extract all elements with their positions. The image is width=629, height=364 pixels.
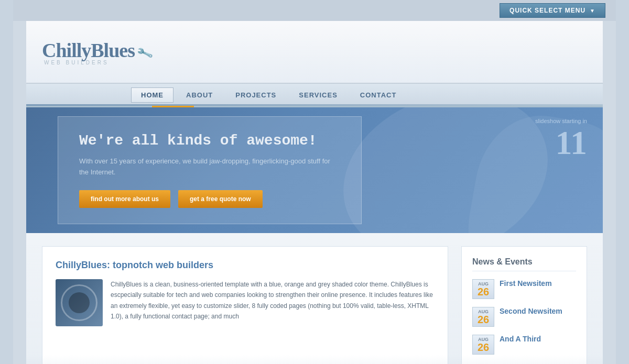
- news-widget: News & Events AUG 26 First Newsitem AUG …: [461, 246, 587, 364]
- logo[interactable]: ChillyBlues🔧: [42, 39, 152, 62]
- thumb-inner: [69, 292, 90, 313]
- main-content-body: ChillyBlues is a clean, business-oriente…: [56, 279, 435, 326]
- news-date-1: AUG 26: [472, 279, 494, 299]
- nav-item-contact[interactable]: CONTACT: [350, 87, 407, 103]
- news-day-2: 26: [476, 314, 491, 325]
- quick-select-label: QUICK SELECT MENU: [509, 7, 585, 14]
- main-content-title: ChillyBlues: topnotch web builders: [56, 260, 435, 271]
- sidebar: News & Events AUG 26 First Newsitem AUG …: [461, 246, 587, 364]
- nav-bar: HOME ABOUT PROJECTS SERVICES CONTACT: [26, 84, 603, 107]
- news-date-2: AUG 26: [472, 307, 494, 327]
- slide-buttons: find out more about us get a free quote …: [79, 190, 340, 208]
- quote-button[interactable]: get a free quote now: [178, 190, 263, 208]
- nav-item-projects[interactable]: PROJECTS: [225, 87, 286, 103]
- news-link-2[interactable]: Second Newsitem: [500, 307, 562, 315]
- nav-item-about[interactable]: ABOUT: [176, 87, 223, 103]
- slideshow-countdown: slideshow starting in 11: [535, 118, 587, 160]
- news-link-3[interactable]: And A Third: [500, 335, 541, 343]
- top-bar: QUICK SELECT MENU ▼: [13, 0, 616, 21]
- quick-select-button[interactable]: QUICK SELECT MENU ▼: [500, 3, 605, 18]
- content-thumbnail: [56, 279, 103, 326]
- slide-text: With over 15 years of experience, we bui…: [79, 156, 340, 178]
- news-item-3: AUG 26 And A Third: [472, 335, 576, 355]
- outer-wrapper: QUICK SELECT MENU ▼ ChillyBlues🔧 WEB BUI…: [13, 0, 616, 364]
- site-header: ChillyBlues🔧 WEB BUILDERS: [26, 21, 603, 84]
- news-item-1: AUG 26 First Newsitem: [472, 279, 576, 299]
- countdown-number: 11: [535, 126, 587, 160]
- news-day-3: 26: [476, 342, 491, 352]
- news-link-1[interactable]: First Newsitem: [500, 279, 552, 288]
- logo-area: ChillyBlues🔧 WEB BUILDERS: [42, 39, 152, 65]
- news-date-3: AUG 26: [472, 335, 494, 355]
- hero-slider: We're all kinds of awesome! With over 15…: [26, 107, 603, 233]
- quick-select-arrow-icon: ▼: [590, 8, 595, 14]
- news-widget-title: News & Events: [472, 257, 576, 271]
- countdown-label: slideshow starting in: [535, 118, 587, 124]
- news-item-2: AUG 26 Second Newsitem: [472, 307, 576, 327]
- logo-text: ChillyBlues: [42, 39, 135, 61]
- slide-title: We're all kinds of awesome!: [79, 133, 340, 149]
- logo-subtitle: WEB BUILDERS: [44, 60, 152, 65]
- site-wrapper: ChillyBlues🔧 WEB BUILDERS HOME ABOUT PRO…: [26, 21, 603, 364]
- slide-content: We're all kinds of awesome! With over 15…: [58, 116, 362, 225]
- learn-more-button[interactable]: find out more about us: [79, 190, 170, 208]
- main-content: ChillyBlues: topnotch web builders Chill…: [42, 246, 448, 364]
- content-area: ChillyBlues: topnotch web builders Chill…: [26, 233, 603, 364]
- content-text: ChillyBlues is a clean, business-oriente…: [111, 279, 435, 326]
- nav-item-services[interactable]: SERVICES: [289, 87, 348, 103]
- nav-item-home[interactable]: HOME: [131, 87, 173, 103]
- news-day-1: 26: [476, 286, 491, 297]
